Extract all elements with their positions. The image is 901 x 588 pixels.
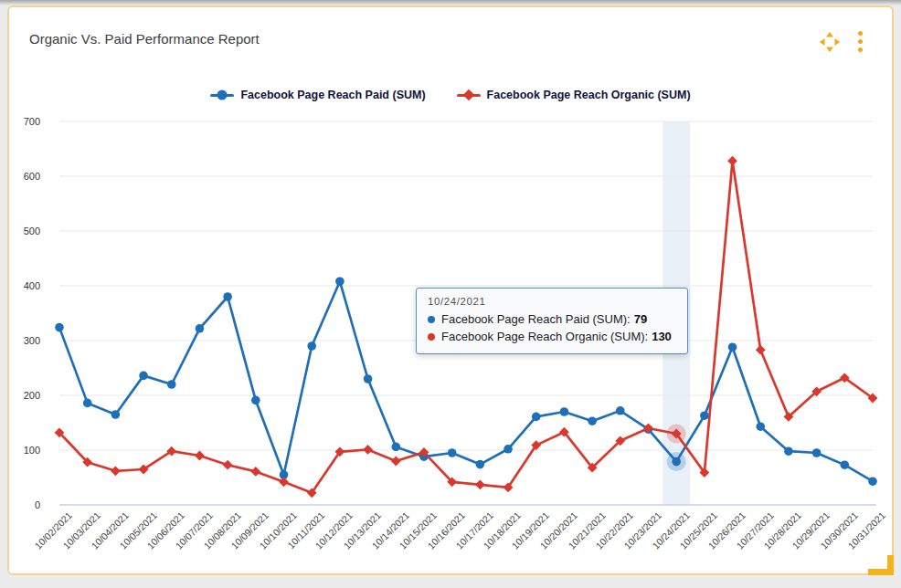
legend-label-paid: Facebook Page Reach Paid (SUM) xyxy=(240,89,425,101)
dashboard-page: Organic Vs. Paid Performance Report xyxy=(0,0,901,588)
legend-label-organic: Facebook Page Reach Organic (SUM) xyxy=(487,89,691,101)
tooltip-date: 10/24/2021 xyxy=(428,296,676,307)
chart-legend: Facebook Page Reach Paid (SUM) Facebook … xyxy=(9,89,892,101)
tooltip-row-organic: Facebook Page Reach Organic (SUM): 130 xyxy=(428,328,676,345)
diamond-marker-icon xyxy=(457,94,481,97)
organic-bullet-icon xyxy=(428,333,435,341)
move-arrows-icon xyxy=(820,32,840,52)
kebab-dot xyxy=(858,47,863,52)
tooltip-row-paid: Facebook Page Reach Paid (SUM): 79 xyxy=(428,310,676,328)
chart-tooltip: 10/24/2021 Facebook Page Reach Paid (SUM… xyxy=(416,288,688,354)
resize-handle[interactable] xyxy=(868,555,894,575)
legend-item-organic[interactable]: Facebook Page Reach Organic (SUM) xyxy=(457,89,691,101)
paid-bullet-icon xyxy=(428,316,435,323)
tooltip-organic-value: 130 xyxy=(652,328,672,345)
kebab-dot xyxy=(858,31,863,36)
tooltip-paid-label: Facebook Page Reach Paid (SUM): xyxy=(441,310,631,328)
kebab-dot xyxy=(858,39,863,44)
more-options-button[interactable] xyxy=(856,29,864,54)
tooltip-paid-value: 79 xyxy=(634,310,647,328)
page-title: Organic Vs. Paid Performance Report xyxy=(29,31,260,47)
legend-item-paid[interactable]: Facebook Page Reach Paid (SUM) xyxy=(210,89,425,101)
widget-header-actions xyxy=(820,29,864,54)
circle-marker-icon xyxy=(210,94,234,97)
move-widget-button[interactable] xyxy=(820,32,840,52)
tooltip-organic-label: Facebook Page Reach Organic (SUM): xyxy=(441,328,648,345)
